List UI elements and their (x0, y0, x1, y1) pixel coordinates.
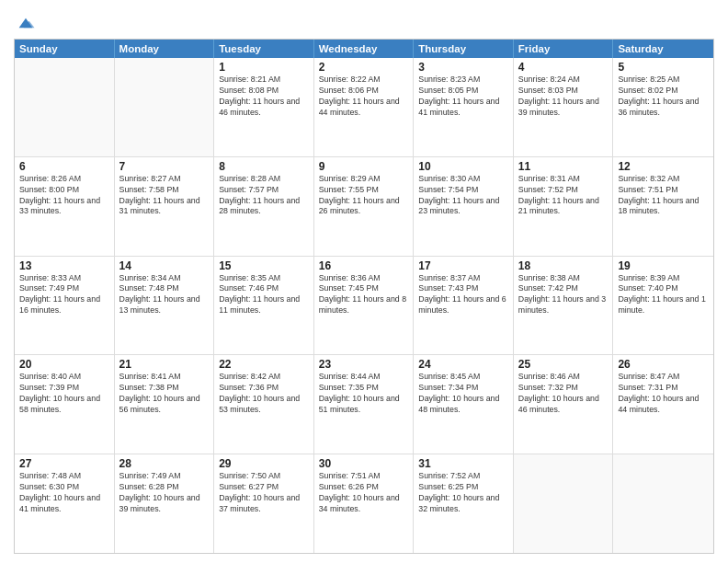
calendar-row-2: 6Sunrise: 8:26 AMSunset: 8:00 PMDaylight… (15, 157, 713, 257)
calendar-cell: 29Sunrise: 7:50 AMSunset: 6:27 PMDayligh… (214, 454, 314, 553)
header-day-tuesday: Tuesday (214, 40, 314, 58)
header-day-wednesday: Wednesday (314, 40, 415, 58)
cell-info: Sunrise: 8:44 AMSunset: 7:35 PMDaylight:… (319, 372, 409, 416)
day-number: 4 (518, 61, 609, 74)
calendar-cell: 21Sunrise: 8:41 AMSunset: 7:38 PMDayligh… (115, 355, 215, 454)
calendar-cell: 17Sunrise: 8:37 AMSunset: 7:43 PMDayligh… (414, 257, 514, 355)
calendar-cell: 11Sunrise: 8:31 AMSunset: 7:52 PMDayligh… (514, 157, 614, 256)
cell-info: Sunrise: 8:29 AMSunset: 7:55 PMDaylight:… (319, 174, 409, 218)
calendar-cell: 10Sunrise: 8:30 AMSunset: 7:54 PMDayligh… (414, 157, 514, 256)
cell-info: Sunrise: 8:22 AMSunset: 8:06 PMDaylight:… (319, 75, 409, 119)
cell-info: Sunrise: 8:40 AMSunset: 7:39 PMDaylight:… (19, 372, 109, 416)
day-number: 7 (119, 160, 210, 173)
cell-info: Sunrise: 8:23 AMSunset: 8:05 PMDaylight:… (418, 75, 508, 119)
calendar-cell: 12Sunrise: 8:32 AMSunset: 7:51 PMDayligh… (613, 157, 713, 256)
cell-info: Sunrise: 8:25 AMSunset: 8:02 PMDaylight:… (618, 75, 709, 119)
calendar-body: 1Sunrise: 8:21 AMSunset: 8:08 PMDaylight… (15, 58, 713, 553)
cell-info: Sunrise: 8:38 AMSunset: 7:42 PMDaylight:… (518, 273, 609, 317)
day-number: 8 (219, 160, 309, 173)
day-number: 21 (119, 358, 210, 371)
calendar-cell (115, 58, 215, 156)
calendar-cell: 3Sunrise: 8:23 AMSunset: 8:05 PMDaylight… (414, 58, 514, 156)
calendar-row-5: 27Sunrise: 7:48 AMSunset: 6:30 PMDayligh… (15, 454, 713, 553)
header-day-monday: Monday (115, 40, 215, 58)
header-day-friday: Friday (514, 40, 614, 58)
calendar-cell (514, 454, 614, 553)
day-number: 9 (319, 160, 409, 173)
calendar-row-3: 13Sunrise: 8:33 AMSunset: 7:49 PMDayligh… (15, 257, 713, 356)
cell-info: Sunrise: 8:28 AMSunset: 7:57 PMDaylight:… (219, 174, 309, 218)
calendar-cell (15, 58, 115, 156)
calendar-cell: 27Sunrise: 7:48 AMSunset: 6:30 PMDayligh… (15, 454, 115, 553)
cell-info: Sunrise: 8:24 AMSunset: 8:03 PMDaylight:… (518, 75, 609, 119)
calendar-cell: 14Sunrise: 8:34 AMSunset: 7:48 PMDayligh… (115, 257, 215, 355)
header (14, 9, 714, 33)
calendar-cell: 6Sunrise: 8:26 AMSunset: 8:00 PMDaylight… (15, 157, 115, 256)
cell-info: Sunrise: 7:52 AMSunset: 6:25 PMDaylight:… (418, 471, 508, 515)
day-number: 22 (219, 358, 309, 371)
calendar-row-4: 20Sunrise: 8:40 AMSunset: 7:39 PMDayligh… (15, 355, 713, 454)
day-number: 27 (19, 457, 109, 470)
calendar-cell: 25Sunrise: 8:46 AMSunset: 7:32 PMDayligh… (514, 355, 614, 454)
day-number: 3 (418, 61, 508, 74)
calendar-cell: 13Sunrise: 8:33 AMSunset: 7:49 PMDayligh… (15, 257, 115, 355)
calendar-cell: 4Sunrise: 8:24 AMSunset: 8:03 PMDaylight… (514, 58, 614, 156)
day-number: 17 (418, 259, 508, 272)
day-number: 30 (319, 457, 409, 470)
day-number: 12 (618, 160, 709, 173)
cell-info: Sunrise: 8:46 AMSunset: 7:32 PMDaylight:… (518, 372, 609, 416)
day-number: 28 (119, 457, 210, 470)
calendar-cell: 16Sunrise: 8:36 AMSunset: 7:45 PMDayligh… (314, 257, 415, 355)
calendar-cell: 2Sunrise: 8:22 AMSunset: 8:06 PMDaylight… (314, 58, 415, 156)
calendar-cell: 8Sunrise: 8:28 AMSunset: 7:57 PMDaylight… (214, 157, 314, 256)
calendar-cell: 23Sunrise: 8:44 AMSunset: 7:35 PMDayligh… (314, 355, 415, 454)
header-day-sunday: Sunday (15, 40, 115, 58)
calendar-cell: 5Sunrise: 8:25 AMSunset: 8:02 PMDaylight… (613, 58, 713, 156)
cell-info: Sunrise: 7:50 AMSunset: 6:27 PMDaylight:… (219, 471, 309, 515)
calendar-cell: 26Sunrise: 8:47 AMSunset: 7:31 PMDayligh… (613, 355, 713, 454)
day-number: 24 (418, 358, 508, 371)
calendar: SundayMondayTuesdayWednesdayThursdayFrid… (14, 39, 714, 554)
cell-info: Sunrise: 8:21 AMSunset: 8:08 PMDaylight:… (219, 75, 309, 119)
calendar-cell: 28Sunrise: 7:49 AMSunset: 6:28 PMDayligh… (115, 454, 215, 553)
cell-info: Sunrise: 8:35 AMSunset: 7:46 PMDaylight:… (219, 273, 309, 317)
day-number: 25 (518, 358, 609, 371)
cell-info: Sunrise: 8:45 AMSunset: 7:34 PMDaylight:… (418, 372, 508, 416)
day-number: 13 (19, 259, 109, 272)
cell-info: Sunrise: 8:37 AMSunset: 7:43 PMDaylight:… (418, 273, 508, 317)
calendar-cell (613, 454, 713, 553)
cell-info: Sunrise: 8:32 AMSunset: 7:51 PMDaylight:… (618, 174, 709, 218)
calendar-cell: 7Sunrise: 8:27 AMSunset: 7:58 PMDaylight… (115, 157, 215, 256)
cell-info: Sunrise: 8:36 AMSunset: 7:45 PMDaylight:… (319, 273, 409, 317)
calendar-cell: 1Sunrise: 8:21 AMSunset: 8:08 PMDaylight… (214, 58, 314, 156)
cell-info: Sunrise: 8:39 AMSunset: 7:40 PMDaylight:… (618, 273, 709, 317)
day-number: 6 (19, 160, 109, 173)
calendar-cell: 22Sunrise: 8:42 AMSunset: 7:36 PMDayligh… (214, 355, 314, 454)
cell-info: Sunrise: 8:27 AMSunset: 7:58 PMDaylight:… (119, 174, 210, 218)
cell-info: Sunrise: 8:42 AMSunset: 7:36 PMDaylight:… (219, 372, 309, 416)
calendar-row-1: 1Sunrise: 8:21 AMSunset: 8:08 PMDaylight… (15, 58, 713, 157)
day-number: 11 (518, 160, 609, 173)
cell-info: Sunrise: 8:31 AMSunset: 7:52 PMDaylight:… (518, 174, 609, 218)
header-day-saturday: Saturday (613, 40, 713, 58)
cell-info: Sunrise: 8:26 AMSunset: 8:00 PMDaylight:… (19, 174, 109, 218)
cell-info: Sunrise: 7:51 AMSunset: 6:26 PMDaylight:… (319, 471, 409, 515)
calendar-cell: 31Sunrise: 7:52 AMSunset: 6:25 PMDayligh… (414, 454, 514, 553)
day-number: 19 (618, 259, 709, 272)
header-day-thursday: Thursday (414, 40, 514, 58)
day-number: 16 (319, 259, 409, 272)
calendar-cell: 20Sunrise: 8:40 AMSunset: 7:39 PMDayligh… (15, 355, 115, 454)
logo-icon (16, 13, 36, 33)
calendar-cell: 30Sunrise: 7:51 AMSunset: 6:26 PMDayligh… (314, 454, 415, 553)
calendar-cell: 15Sunrise: 8:35 AMSunset: 7:46 PMDayligh… (214, 257, 314, 355)
calendar-cell: 9Sunrise: 8:29 AMSunset: 7:55 PMDaylight… (314, 157, 415, 256)
cell-info: Sunrise: 7:49 AMSunset: 6:28 PMDaylight:… (119, 471, 210, 515)
day-number: 26 (618, 358, 709, 371)
day-number: 5 (618, 61, 709, 74)
day-number: 1 (219, 61, 309, 74)
day-number: 31 (418, 457, 508, 470)
calendar-cell: 24Sunrise: 8:45 AMSunset: 7:34 PMDayligh… (414, 355, 514, 454)
cell-info: Sunrise: 8:34 AMSunset: 7:48 PMDaylight:… (119, 273, 210, 317)
calendar-cell: 18Sunrise: 8:38 AMSunset: 7:42 PMDayligh… (514, 257, 614, 355)
cell-info: Sunrise: 8:47 AMSunset: 7:31 PMDaylight:… (618, 372, 709, 416)
